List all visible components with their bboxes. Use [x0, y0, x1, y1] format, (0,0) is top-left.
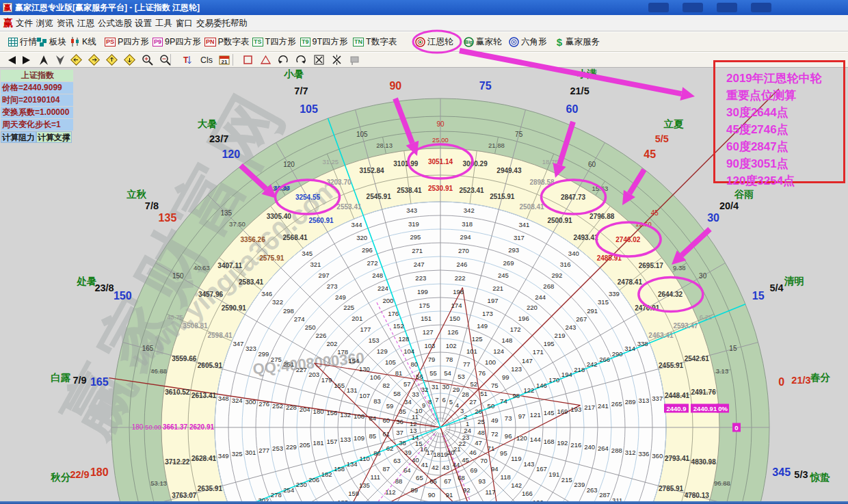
- svg-text:61: 61: [382, 430, 390, 438]
- window-button[interactable]: [751, 3, 771, 12]
- svg-text:28.13: 28.13: [376, 142, 393, 149]
- calc-resistance-button[interactable]: 计算阻力: [1, 131, 36, 143]
- window-button[interactable]: [717, 3, 737, 12]
- svg-text:273: 273: [327, 282, 338, 290]
- svg-text:3.13: 3.13: [716, 367, 729, 375]
- svg-text:42: 42: [432, 464, 439, 471]
- toolbar-P四方形[interactable]: PSP四方形: [105, 35, 149, 49]
- svg-text:336: 336: [639, 450, 650, 457]
- move-right-icon[interactable]: [88, 53, 101, 66]
- menu-文件[interactable]: 文件: [16, 18, 33, 29]
- toolbar-9P四方形[interactable]: P99P四方形: [153, 35, 201, 49]
- cls-button[interactable]: Cls: [198, 53, 215, 66]
- svg-text:297: 297: [319, 271, 330, 279]
- svg-text:220: 220: [527, 304, 538, 311]
- rotate-cw-icon[interactable]: [294, 53, 308, 66]
- svg-text:199: 199: [417, 288, 428, 295]
- calc-support-button[interactable]: 计算支撑: [36, 131, 72, 143]
- menu-帮助[interactable]: 帮助: [230, 18, 248, 29]
- menu-公式选股[interactable]: 公式选股: [98, 18, 132, 29]
- menu-浏览[interactable]: 浏览: [36, 18, 53, 29]
- note-line: 2019年江恩轮中轮: [726, 70, 843, 87]
- svg-text:3254.55: 3254.55: [295, 194, 321, 201]
- svg-text:319: 319: [408, 220, 419, 228]
- calendar-icon[interactable]: 21: [217, 53, 231, 66]
- menu-江恩[interactable]: 江恩: [77, 18, 94, 29]
- svg-text:75: 75: [479, 80, 492, 92]
- svg-text:2538.41: 2538.41: [397, 187, 422, 194]
- svg-text:197: 197: [488, 297, 499, 304]
- svg-text:3051.14: 3051.14: [428, 158, 453, 165]
- svg-text:2746.02: 2746.02: [615, 236, 641, 243]
- toolbar-P数字表[interactable]: PNP数字表: [204, 35, 249, 49]
- svg-text:312: 312: [625, 449, 636, 456]
- svg-text:250: 250: [305, 323, 316, 331]
- delete-box-icon[interactable]: [312, 53, 326, 66]
- svg-text:275: 275: [271, 356, 282, 363]
- svg-text:245: 245: [498, 271, 509, 279]
- flag-icon[interactable]: [347, 53, 361, 66]
- toolbar-赢家轮[interactable]: Big赢家轮: [464, 35, 502, 49]
- toolbar-行情[interactable]: 行情: [8, 35, 37, 49]
- rotate-ccw-icon[interactable]: [276, 53, 290, 66]
- svg-text:313: 313: [639, 397, 650, 404]
- svg-text:156: 156: [326, 409, 337, 416]
- index-info-panel: 上证指数 价格=2440.9099 时间=20190104 变换系数=1.000…: [1, 70, 73, 143]
- triangle-tool-icon[interactable]: [259, 53, 272, 66]
- svg-text:3152.84: 3152.84: [360, 167, 385, 174]
- badge-PS: PS: [105, 38, 116, 47]
- svg-text:142: 142: [511, 481, 522, 489]
- svg-text:222: 222: [455, 274, 466, 282]
- toolbar-板块[interactable]: 板块: [37, 35, 66, 49]
- svg-text:3356.26: 3356.26: [241, 236, 266, 243]
- move-up-icon[interactable]: [105, 53, 118, 66]
- menu-工具[interactable]: 工具: [155, 18, 172, 29]
- svg-text:143: 143: [523, 460, 534, 468]
- toolbar-9T四方形[interactable]: T99T四方形: [300, 35, 348, 49]
- menu-设置[interactable]: 设置: [135, 18, 152, 29]
- menu-窗口[interactable]: 窗口: [176, 18, 193, 29]
- svg-text:340: 340: [568, 250, 579, 257]
- svg-text:小满: 小满: [577, 68, 598, 79]
- svg-text:45: 45: [651, 209, 659, 217]
- t-scale-icon[interactable]: T: [179, 53, 194, 66]
- window-button[interactable]: [648, 3, 669, 12]
- toolbar-T四方形[interactable]: TST四方形: [252, 35, 296, 49]
- prev-icon[interactable]: [5, 53, 18, 66]
- toolbar-K线[interactable]: K线: [70, 35, 96, 49]
- next-icon[interactable]: [21, 53, 33, 66]
- move-left-icon[interactable]: [70, 53, 83, 66]
- svg-text:2545.91: 2545.91: [367, 193, 392, 200]
- move-down-icon[interactable]: [123, 53, 136, 66]
- up-icon[interactable]: [37, 53, 51, 66]
- toolbar-江恩轮[interactable]: 江恩轮: [415, 35, 453, 49]
- toolbar-赢家服务[interactable]: $赢家服务: [555, 35, 600, 49]
- svg-text:50.00: 50.00: [145, 423, 161, 431]
- svg-text:341: 341: [519, 221, 530, 228]
- toolbar-六角形[interactable]: 六角形: [509, 35, 547, 49]
- svg-text:240: 240: [584, 443, 595, 451]
- svg-text:181: 181: [313, 439, 324, 447]
- svg-text:111: 111: [371, 473, 380, 481]
- svg-text:146: 146: [536, 382, 547, 389]
- svg-text:12.50: 12.50: [635, 220, 652, 228]
- svg-text:153: 153: [369, 336, 380, 344]
- svg-text:75: 75: [515, 131, 523, 138]
- svg-text:17: 17: [426, 449, 434, 456]
- menu-资讯[interactable]: 资讯: [57, 18, 74, 29]
- svg-text:2793.41: 2793.41: [665, 455, 690, 462]
- title-bar: 赢 赢家江恩专业版[赢家服务平台] - [上证指数 江恩轮]: [0, 0, 848, 15]
- annotation-note-box: 2019年江恩轮中轮重要点位测算30度2644点45度2746点60度2847点…: [713, 60, 845, 183]
- cross-arrows-icon[interactable]: [330, 53, 343, 66]
- svg-text:117: 117: [485, 488, 495, 496]
- down-icon[interactable]: [53, 53, 67, 66]
- price-row: 价格=2440.9099: [1, 82, 73, 94]
- svg-text:322: 322: [272, 298, 283, 306]
- menu-交易委托[interactable]: 交易委托: [196, 18, 230, 29]
- rectangle-tool-icon[interactable]: [241, 53, 254, 66]
- window-button[interactable]: [683, 3, 703, 12]
- svg-text:32: 32: [421, 386, 429, 393]
- toolbar-T数字表[interactable]: TNT数字表: [353, 35, 397, 49]
- zoom-in-icon[interactable]: [141, 53, 155, 66]
- svg-text:120: 120: [283, 161, 295, 168]
